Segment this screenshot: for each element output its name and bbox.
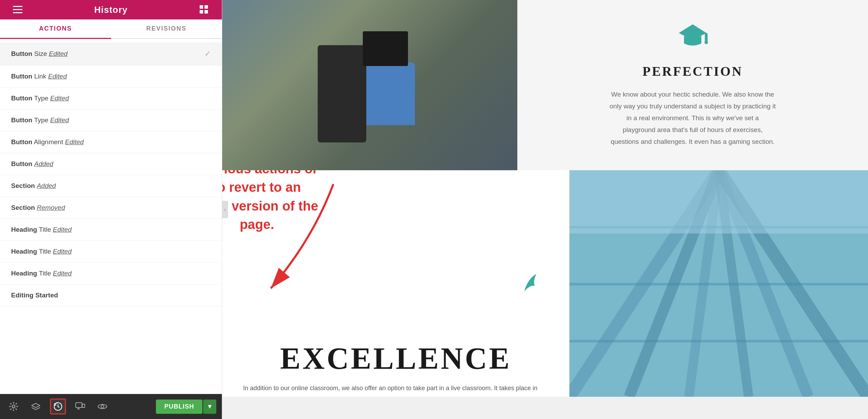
monitor (363, 31, 408, 66)
history-item-2-text: Button Link Edited (11, 73, 67, 80)
bottom-section: EXCELLENCE In addition to our online cla… (222, 170, 868, 397)
tab-revisions[interactable]: REVISIONS (111, 19, 222, 39)
history-item-12-text: Editing Started (11, 291, 58, 299)
settings-icon[interactable] (6, 399, 22, 414)
shirt (366, 63, 415, 125)
publish-button[interactable]: PUBLISH (156, 400, 202, 414)
layers-icon[interactable] (28, 399, 44, 414)
green-bird-icon (523, 272, 542, 294)
history-icon[interactable] (50, 399, 66, 414)
svg-point-7 (12, 405, 15, 408)
history-item-10[interactable]: Heading Title Edited (0, 241, 222, 263)
history-list: Button Size Edited ✓ Button Link Edited … (0, 39, 222, 394)
tab-actions[interactable]: ACTIONS (0, 19, 111, 39)
history-item-11[interactable]: Heading Title Edited (0, 263, 222, 285)
perfection-title: PERFECTION (642, 64, 743, 79)
svg-rect-1 (13, 9, 23, 10)
history-item-1-text: Button Size Edited (11, 50, 68, 58)
person-silhouette (318, 24, 422, 170)
svg-rect-15 (705, 33, 708, 42)
history-item-7-text: Section Added (11, 182, 56, 190)
history-item-9[interactable]: Heading Title Edited (0, 219, 222, 241)
svg-rect-6 (205, 10, 208, 14)
bottom-caption: In addition to our online classroom, we … (222, 383, 569, 393)
svg-point-16 (704, 41, 708, 44)
history-item-7[interactable]: Section Added (0, 175, 222, 197)
history-item-3[interactable]: Button Type Edited (0, 88, 222, 109)
history-item-3-text: Button Type Edited (11, 95, 69, 102)
top-section: PERFECTION We know about your hectic sch… (222, 0, 868, 170)
architecture-bg (569, 170, 868, 397)
history-item-9-text: Heading Title Edited (11, 226, 72, 233)
history-item-5-text: Button Alignment Edited (11, 138, 84, 146)
panel-header: History (0, 0, 222, 19)
history-item-8-text: Section Removed (11, 204, 65, 212)
chair-back (318, 45, 366, 142)
click-here-text: Click here to seeprevious actions orto r… (222, 170, 318, 234)
excellence-text: EXCELLENCE (222, 341, 569, 376)
history-item-10-text: Heading Title Edited (11, 248, 72, 255)
tabs-bar: ACTIONS REVISIONS (0, 19, 222, 39)
hamburger-icon[interactable] (10, 2, 26, 18)
svg-rect-9 (76, 403, 82, 408)
panel-title: History (94, 5, 128, 15)
history-item-1[interactable]: Button Size Edited ✓ (0, 42, 222, 66)
history-item-6-text: Button Added (11, 160, 53, 168)
svg-rect-28 (569, 170, 868, 233)
svg-marker-14 (679, 24, 707, 40)
history-item-2[interactable]: Button Link Edited (0, 66, 222, 88)
svg-rect-0 (13, 6, 23, 7)
publish-dropdown-button[interactable]: ▼ (203, 400, 216, 414)
perfection-text: We know about your hectic schedule. We a… (609, 89, 776, 148)
history-item-11-text: Heading Title Edited (11, 270, 72, 277)
perfection-section: PERFECTION We know about your hectic sch… (517, 0, 868, 170)
architecture-lines (569, 170, 868, 397)
history-item-6[interactable]: Button Added (0, 153, 222, 175)
bottom-left: EXCELLENCE In addition to our online cla… (222, 170, 569, 397)
preview-icon[interactable] (94, 399, 110, 414)
office-photo (222, 0, 517, 170)
graduation-icon (677, 23, 708, 55)
check-icon-1: ✓ (205, 49, 211, 58)
responsive-icon[interactable] (72, 399, 88, 414)
bottom-toolbar: PUBLISH ▼ (0, 394, 222, 419)
history-item-8[interactable]: Section Removed (0, 197, 222, 219)
click-here-overlay: Click here to seeprevious actions orto r… (222, 170, 318, 234)
architecture-photo (569, 170, 868, 397)
collapse-handle[interactable]: ‹ (222, 201, 228, 218)
svg-rect-10 (82, 404, 85, 408)
main-content: PERFECTION We know about your hectic sch… (222, 0, 868, 419)
publish-group: PUBLISH ▼ (156, 400, 216, 414)
history-item-4[interactable]: Button Type Edited (0, 109, 222, 131)
svg-rect-3 (200, 5, 203, 9)
history-item-4-text: Button Type Edited (11, 116, 69, 124)
svg-point-13 (101, 405, 104, 408)
svg-rect-4 (205, 5, 208, 9)
history-item-5[interactable]: Button Alignment Edited (0, 131, 222, 153)
history-item-12[interactable]: Editing Started (0, 285, 222, 306)
history-panel: History ACTIONS REVISIONS Button Size Ed… (0, 0, 222, 419)
svg-rect-2 (13, 12, 23, 13)
grid-icon[interactable] (196, 2, 212, 18)
svg-rect-5 (200, 10, 203, 14)
